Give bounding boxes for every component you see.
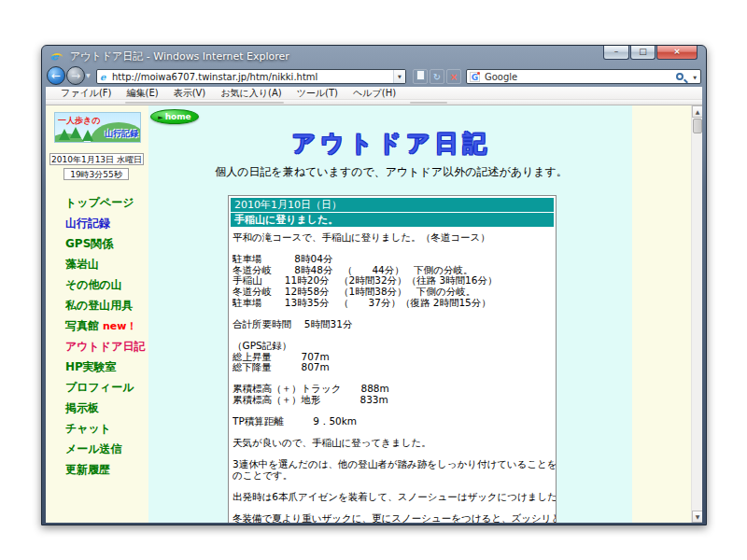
home-bullet-icon: ►: [158, 114, 162, 121]
title-bar: e アウトドア日記 - Windows Internet Explorer – …: [42, 46, 706, 66]
sidebar-item-label: メール送信: [65, 442, 122, 455]
scrollbar-thumb[interactable]: [693, 119, 702, 133]
sidebar-item-other-mountains[interactable]: その他の山: [46, 274, 148, 295]
search-box[interactable]: G Google ▼: [466, 69, 701, 84]
history-dropdown-icon[interactable]: ▼: [86, 72, 91, 78]
logo-tree-icon: [70, 127, 81, 138]
search-icon[interactable]: [676, 73, 684, 80]
search-input-value[interactable]: Google: [485, 72, 517, 82]
entry-title-header: 手稲山に登りました。: [231, 213, 554, 227]
sidebar-item-label: チャット: [65, 422, 111, 435]
compatibility-view-button[interactable]: [413, 69, 428, 84]
home-button[interactable]: ►home: [150, 109, 199, 124]
client-area: ファイル(F) 編集(E) 表示(V) お気に入り(A) ツール(T) ヘルプ(…: [46, 87, 702, 523]
sidebar-item-label: 藻岩山: [65, 258, 99, 271]
refresh-button[interactable]: ↻: [430, 69, 444, 84]
sidebar-item-label: 写真館: [65, 319, 99, 332]
menu-edit[interactable]: 編集(E): [120, 87, 166, 100]
ie-logo-icon: e: [50, 49, 64, 63]
logo-tree-icon: [59, 129, 70, 140]
diary-entry-box: 2010年1月10日（日） 手稲山に登りました。 平和の滝コースで、手稲山に登り…: [228, 195, 557, 523]
logo-tree-icon: [82, 130, 93, 141]
sidebar-item-bbs[interactable]: 掲示板: [46, 398, 148, 418]
right-background-strip: [632, 105, 691, 523]
entry-date-header: 2010年1月10日（日）: [231, 198, 554, 212]
sidebar-item-label: プロフィール: [65, 381, 134, 394]
sidebar-item-label: トップページ: [65, 196, 134, 209]
menu-favorites[interactable]: お気に入り(A): [213, 87, 289, 100]
scroll-down-icon[interactable]: ▼: [692, 511, 702, 523]
minimize-button[interactable]: –: [603, 46, 629, 60]
command-bar-buttons: [410, 102, 447, 104]
page-content: 一人歩きの 山行記録 2010年1月13日 水曜日 19時3分55秒 トップペー…: [46, 105, 702, 523]
back-button[interactable]: ←: [47, 66, 65, 85]
sidebar-item-top-page[interactable]: トップページ: [46, 192, 148, 213]
menu-tools[interactable]: ツール(T): [289, 87, 345, 100]
stop-button[interactable]: ×: [446, 69, 461, 84]
sidebar-item-gear[interactable]: 私の登山用具: [46, 295, 148, 315]
time-display[interactable]: 19時3分55秒: [63, 168, 129, 180]
sidebar-menu: トップページ 山行記録 GPS関係 藻岩山 その他の山 私の登山用具 写真館ne…: [46, 192, 148, 480]
sidebar-item-sanko-kiroku[interactable]: 山行記録: [46, 213, 148, 233]
sidebar-item-moiwayama[interactable]: 藻岩山: [46, 254, 148, 274]
sidebar-item-profile[interactable]: プロフィール: [46, 377, 148, 398]
logo-line1: 一人歩きの: [58, 115, 100, 127]
close-button[interactable]: ×: [656, 46, 698, 60]
site-logo[interactable]: 一人歩きの 山行記録: [54, 112, 141, 143]
sidebar-item-mail[interactable]: メール送信: [46, 439, 148, 459]
desktop: e アウトドア日記 - Windows Internet Explorer – …: [0, 0, 747, 560]
logo-line2: 山行記録: [105, 128, 138, 140]
sidebar-item-label: GPS関係: [65, 237, 113, 250]
menu-file[interactable]: ファイル(F): [53, 87, 120, 100]
sidebar-item-outdoor-diary[interactable]: アウトドア日記: [46, 336, 148, 357]
maximize-button[interactable]: □: [630, 46, 655, 60]
command-bar-tab: [125, 102, 284, 104]
sidebar-item-label: 更新履歴: [65, 463, 110, 476]
window-title: アウトドア日記 - Windows Internet Explorer: [70, 49, 289, 63]
sidebar-item-label: HP実験室: [65, 360, 117, 373]
sidebar: 一人歩きの 山行記録 2010年1月13日 水曜日 19時3分55秒 トップペー…: [46, 105, 148, 523]
new-badge: new！: [103, 320, 136, 332]
menu-help[interactable]: ヘルプ(H): [345, 87, 403, 100]
address-url[interactable]: http://moiwa6707.twinstar.jp/htm/nikki.h…: [112, 72, 317, 82]
main-frame: ►home アウトドア日記 個人の日記を兼ねていますので、アウトドア以外の記述が…: [148, 105, 691, 523]
sidebar-item-label: 山行記録: [65, 217, 110, 230]
sidebar-item-hp-lab[interactable]: HP実験室: [46, 357, 148, 377]
page-favicon-icon: e: [100, 71, 106, 83]
address-bar[interactable]: e http://moiwa6707.twinstar.jp/htm/nikki…: [96, 69, 406, 84]
navigation-bar: ← → ▼ e http://moiwa6707.twinstar.jp/htm…: [42, 66, 706, 87]
sidebar-item-gps[interactable]: GPS関係: [46, 233, 148, 254]
page-title: アウトドア日記: [148, 128, 634, 159]
menu-bar: ファイル(F) 編集(E) 表示(V) お気に入り(A) ツール(T) ヘルプ(…: [46, 87, 702, 100]
vertical-scrollbar[interactable]: ▲ ▼: [691, 105, 702, 523]
sidebar-item-label: 私の登山用具: [65, 299, 133, 312]
google-favicon-icon: G: [470, 72, 480, 82]
sidebar-item-label: 掲示板: [65, 401, 99, 414]
search-dropdown-icon[interactable]: ▼: [693, 75, 697, 80]
address-dropdown-icon[interactable]: ▼: [393, 70, 405, 83]
sidebar-item-chat[interactable]: チャット: [46, 418, 148, 439]
scroll-up-icon[interactable]: ▲: [692, 105, 702, 118]
date-display[interactable]: 2010年1月13日 水曜日: [49, 153, 144, 165]
menu-view[interactable]: 表示(V): [166, 87, 214, 100]
sidebar-item-label: その他の山: [65, 278, 122, 291]
page-subtitle: 個人の日記を兼ねていますので、アウトドア以外の記述があります。: [148, 164, 634, 180]
page-icon: [416, 70, 425, 80]
entry-body-text: 平和の滝コースで、手稲山に登りました。（冬道コース） 駐車場 8時04分 冬道分…: [233, 232, 556, 523]
sidebar-item-label: アウトドア日記: [65, 340, 145, 353]
forward-button[interactable]: →: [66, 66, 85, 85]
sidebar-item-photo-gallery[interactable]: 写真館new！: [46, 315, 148, 336]
home-button-label: home: [165, 112, 191, 121]
sidebar-item-update-history[interactable]: 更新履歴: [46, 459, 148, 480]
window-controls: – □ ×: [602, 46, 698, 60]
browser-window: e アウトドア日記 - Windows Internet Explorer – …: [41, 45, 707, 525]
